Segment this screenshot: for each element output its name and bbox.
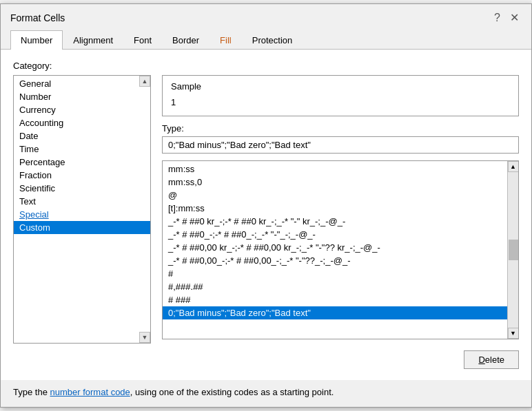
category-item-accounting[interactable]: Accounting <box>14 116 150 129</box>
main-row: General Number Currency Accounting Date … <box>13 75 519 369</box>
format-list-scrollbar: ▲ ▼ <box>507 161 518 339</box>
dialog-title: Format Cells <box>10 12 65 23</box>
type-section: Type: <box>162 123 519 154</box>
title-bar-actions: ? ✕ <box>491 11 522 24</box>
format-cells-dialog: Format Cells ? ✕ Number Alignment Font B… <box>0 3 532 408</box>
format-item-hash[interactable]: # <box>163 267 507 280</box>
format-item-mmss[interactable]: mm:ss <box>163 162 507 176</box>
tab-alignment[interactable]: Alignment <box>63 30 123 50</box>
footer: Type the number format code, using one o… <box>1 380 531 407</box>
type-input[interactable] <box>162 136 519 154</box>
category-item-date[interactable]: Date <box>14 129 150 143</box>
format-item-hashcomma[interactable]: #,###.## <box>163 280 507 293</box>
category-label: Category: <box>13 61 519 71</box>
scroll-thumb[interactable] <box>509 240 518 260</box>
category-item-fraction[interactable]: Fraction <box>14 169 150 182</box>
sample-value: 1 <box>171 94 510 110</box>
right-section: Sample 1 Type: mm:ss mm:ss,0 @ [t]:mm:ss… <box>162 75 519 369</box>
delete-button[interactable]: Delete <box>464 350 519 369</box>
category-item-percentage[interactable]: Percentage <box>14 156 150 169</box>
format-item-fmt2[interactable]: _-* # ##0_-;-* # ##0_-;_-* "-"_-;_-@_- <box>163 228 507 241</box>
tab-border[interactable]: Border <box>162 30 209 50</box>
category-item-text[interactable]: Text <box>14 195 150 208</box>
category-scroll-up[interactable]: ▲ <box>139 76 150 87</box>
close-button[interactable]: ✕ <box>507 11 522 24</box>
format-item-at[interactable]: @ <box>163 189 507 202</box>
format-item-custom[interactable]: 0;"Bad minus";"Bad zero";"Bad text" <box>163 306 507 319</box>
category-list: General Number Currency Accounting Date … <box>14 76 150 343</box>
title-bar: Format Cells ? ✕ <box>1 4 531 28</box>
category-item-scientific[interactable]: Scientific <box>14 182 150 195</box>
tab-bar: Number Alignment Font Border Fill Protec… <box>1 30 531 50</box>
format-item-mmss0[interactable]: mm:ss,0 <box>163 176 507 189</box>
format-item-fmt1[interactable]: _-* # ##0 kr_-;-* # ##0 kr_-;_-* "-" kr_… <box>163 215 507 228</box>
format-list: mm:ss mm:ss,0 @ [t]:mm:ss _-* # ##0 kr_-… <box>163 161 518 339</box>
footer-link[interactable]: number format code <box>50 387 130 397</box>
format-item-fmt3[interactable]: _-* # ##0,00 kr_-;-* # ##0,00 kr_-;_-* "… <box>163 241 507 254</box>
category-item-number[interactable]: Number <box>14 90 150 103</box>
format-list-wrap: mm:ss mm:ss,0 @ [t]:mm:ss _-* # ##0 kr_-… <box>162 160 519 339</box>
tab-protection[interactable]: Protection <box>242 30 303 50</box>
category-item-time[interactable]: Time <box>14 143 150 156</box>
category-list-wrap: General Number Currency Accounting Date … <box>13 75 151 344</box>
format-item-fmt4[interactable]: _-* # ##0,00_-;-* # ##0,00_-;_-* "-"??_-… <box>163 254 507 267</box>
format-item-tmmss[interactable]: [t]:mm:ss <box>163 202 507 215</box>
help-button[interactable]: ? <box>491 12 503 24</box>
category-item-general[interactable]: General <box>14 77 150 90</box>
scroll-down-arrow[interactable]: ▼ <box>508 328 519 339</box>
tab-number[interactable]: Number <box>10 30 63 50</box>
category-item-currency[interactable]: Currency <box>14 103 150 116</box>
actions-row: Delete <box>162 350 519 369</box>
scroll-up-arrow[interactable]: ▲ <box>508 161 519 172</box>
tab-font[interactable]: Font <box>123 30 162 50</box>
type-label: Type: <box>162 123 519 134</box>
category-item-custom[interactable]: Custom <box>14 221 150 234</box>
category-section: General Number Currency Accounting Date … <box>13 75 151 369</box>
category-item-special[interactable]: Special <box>14 208 150 221</box>
tab-fill[interactable]: Fill <box>209 30 242 50</box>
sample-box: Sample 1 <box>162 75 519 116</box>
sample-label: Sample <box>171 81 510 92</box>
category-scroll-down[interactable]: ▼ <box>139 332 150 343</box>
format-item-hash3[interactable]: # ### <box>163 293 507 306</box>
tab-content: Category: General Number Currency Accoun… <box>1 50 531 380</box>
